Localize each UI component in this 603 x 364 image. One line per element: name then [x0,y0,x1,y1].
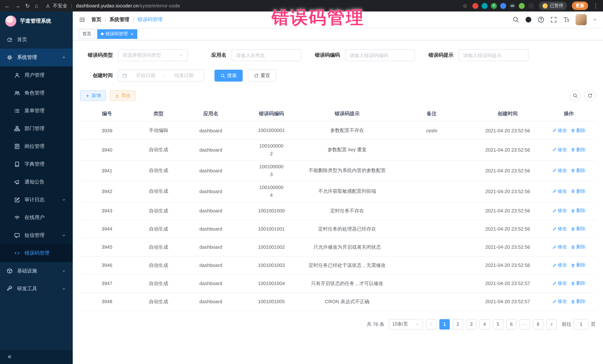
chevron-down-icon [62,198,66,202]
page-size-select[interactable]: 10条/页 [389,319,423,329]
delete-row-button[interactable]: 删除 [570,298,585,305]
sidebar-item-user[interactable]: 用户管理 [0,66,73,84]
url-path: /system/error-code [139,3,180,9]
sidebar-item-dept[interactable]: 部门管理 [0,120,73,138]
tab-error-code[interactable]: 错误码管理× [97,29,137,39]
close-tab-icon[interactable]: × [131,32,133,36]
cell-app: dashboard [183,259,238,272]
browser-menu-icon[interactable]: ⋮ [593,3,599,9]
browser-back-icon[interactable]: ← [4,3,10,9]
refresh-table-button[interactable] [584,90,596,101]
cell-time: 2021-04-20 23:52:57 [474,277,542,290]
app-logo[interactable]: 芋道管理系统 [0,11,73,31]
fullscreen-icon[interactable] [550,16,557,23]
delete-row-button[interactable]: 删除 [570,262,585,268]
page-button-1[interactable]: 1 [439,319,450,329]
browser-home-icon[interactable]: ⌂ [35,3,38,9]
edit-row-button[interactable]: 修改 [552,167,567,174]
page-button-6[interactable]: 6 [506,319,517,329]
sidebar-item-post[interactable]: 岗位管理 [0,138,73,155]
sidebar-item-system[interactable]: 系统管理 [0,49,73,66]
edit-row-button[interactable]: 修改 [552,226,567,232]
hamburger-icon[interactable] [79,16,85,23]
sidebar-item-menu[interactable]: 菜单管理 [0,102,73,120]
address-bar[interactable]: ⚠ 不安全 | dashboard.yudao.iocoder.cn/syste… [43,2,458,9]
page-button-3[interactable]: 3 [466,319,476,329]
cell-remark: ceshi [390,124,474,137]
sidebar-item-audit-log[interactable]: 审计日志 [0,191,73,209]
extension-grid-icon[interactable] [500,3,506,9]
create-time-range-picker[interactable]: 开始日期 - 结束日期 [118,70,204,82]
delete-row-button[interactable]: 删除 [570,147,585,153]
add-button[interactable]: 新增 [80,90,106,101]
bookmark-star-icon[interactable]: ☆ [463,3,468,9]
sidebar-item-home[interactable]: 首页 [0,31,73,49]
delete-row-button[interactable]: 删除 [570,226,585,232]
toggle-search-button[interactable] [570,90,581,101]
next-page-button[interactable] [546,319,557,329]
error-type-select[interactable]: 请选择错误码类型 [118,49,188,61]
avatar-caret-icon[interactable] [593,17,597,22]
prev-page-button[interactable] [426,319,436,329]
search-button[interactable]: 搜索 [214,70,243,82]
export-button[interactable]: 导出 [110,90,135,101]
breadcrumb-system[interactable]: 系统管理 [109,16,129,23]
extension-green-icon[interactable]: V [491,3,497,9]
megaphone-icon [14,179,20,185]
extension-leaf-icon[interactable] [519,3,525,9]
tab-home[interactable]: 首页 [79,29,95,39]
app-name-input[interactable] [232,49,301,61]
pager-ellipsis[interactable]: ··· [520,319,530,329]
delete-row-button[interactable]: 删除 [570,208,585,214]
sidebar-collapse-button[interactable] [0,350,73,364]
delete-row-button[interactable]: 删除 [570,244,585,250]
org-tree-icon [14,126,20,132]
browser-update-button[interactable]: 更新 [572,1,588,10]
header-search-icon[interactable] [512,16,519,23]
gear-icon [7,55,13,60]
edit-row-button[interactable]: 修改 [552,280,567,287]
edit-row-button[interactable]: 修改 [552,244,567,250]
page-button-4[interactable]: 4 [479,319,490,329]
breadcrumb-home[interactable]: 首页 [91,16,101,23]
sidebar-item-dict[interactable]: 字典管理 [0,155,73,173]
edit-row-button[interactable]: 修改 [552,298,567,305]
browser-reload-icon[interactable]: ↻ [25,3,30,9]
delete-row-button[interactable]: 删除 [570,127,585,134]
sidebar-item-infra[interactable]: 基础设施 [0,262,73,280]
error-hint-input[interactable] [459,49,528,61]
extension-red-icon[interactable] [472,3,478,9]
paused-badge[interactable]: 已暂停 [539,1,567,10]
sidebar-item-error-code[interactable]: 错误码管理 [0,244,73,262]
font-size-icon[interactable] [563,16,570,23]
delete-row-button[interactable]: 删除 [570,280,585,287]
extension-dark-icon[interactable] [528,3,534,9]
docs-question-icon[interactable] [538,16,544,23]
edit-row-button[interactable]: 修改 [552,147,567,153]
edit-row-button[interactable]: 修改 [552,208,567,214]
page-button-8[interactable]: 8 [533,319,543,329]
user-avatar[interactable] [576,14,587,25]
goto-page-input[interactable] [574,319,589,329]
error-code-input[interactable] [345,49,415,61]
reset-button[interactable]: 重置 [248,70,276,82]
edit-row-button[interactable]: 修改 [552,127,567,134]
edit-pen-icon [552,263,557,267]
extension-on-icon[interactable]: on [510,3,515,9]
extension-teal-icon[interactable] [482,3,487,9]
edit-row-button[interactable]: 修改 [552,262,567,268]
delete-row-button[interactable]: 删除 [570,188,585,194]
sidebar-item-role[interactable]: 角色管理 [0,84,73,102]
trash-icon [570,245,575,249]
table-row: 3940自动生成dashboard100100000 2参数配置 key 重复2… [80,140,596,161]
github-icon[interactable] [525,16,532,23]
page-button-2[interactable]: 2 [453,319,463,329]
sidebar-item-online-user[interactable]: 在线用户 [0,209,73,226]
sidebar-item-dev-tools[interactable]: 研发工具 [0,280,73,298]
sidebar-item-sms[interactable]: 短信管理 [0,226,73,244]
edit-row-button[interactable]: 修改 [552,188,567,194]
sidebar-item-notice[interactable]: 通知公告 [0,173,73,191]
delete-row-button[interactable]: 删除 [570,167,585,174]
page-button-5[interactable]: 5 [493,319,503,329]
browser-forward-icon[interactable]: → [15,3,20,9]
